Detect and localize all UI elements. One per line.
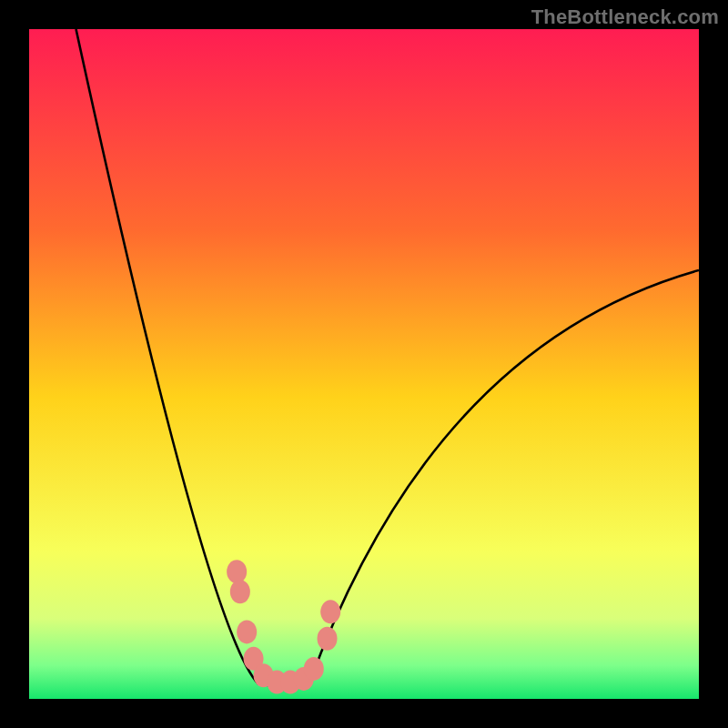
data-marker — [304, 657, 324, 681]
watermark-label: TheBottleneck.com — [531, 5, 719, 29]
background-gradient — [29, 29, 699, 699]
chart-canvas — [29, 29, 699, 699]
data-marker — [227, 560, 247, 583]
data-marker — [230, 580, 250, 603]
plot-area — [29, 29, 699, 699]
data-marker — [318, 627, 338, 651]
chart-frame: TheBottleneck.com — [0, 0, 728, 728]
data-marker — [320, 600, 340, 623]
data-marker — [237, 620, 257, 643]
